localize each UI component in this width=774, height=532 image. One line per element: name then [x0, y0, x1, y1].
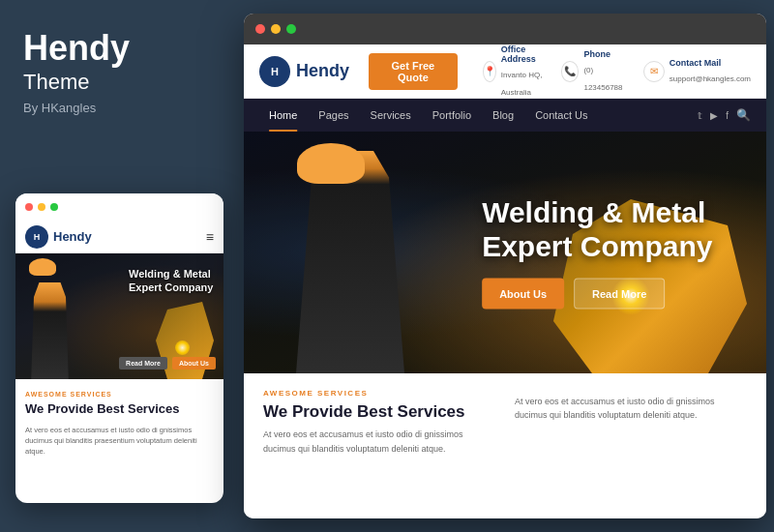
- phone-label: Phone: [583, 49, 625, 59]
- content-left: AWESOME SERVICES We Provide Best Service…: [263, 389, 495, 503]
- mobile-content: AWESOME SERVICES We Provide Best Service…: [15, 379, 223, 469]
- get-quote-btn[interactable]: Get Free Quote: [369, 53, 458, 90]
- browser-chrome: [244, 14, 766, 44]
- address-icon: 📍: [483, 61, 496, 82]
- site-name: Hendy: [296, 61, 349, 81]
- website-nav: Home Pages Services Portfolio Blog Conta…: [244, 99, 766, 132]
- contact-info-group: 📍 Office Address Invanto HQ, Australia 📞…: [483, 44, 751, 99]
- hero-content: Welding & Metal Expert Company About Us …: [482, 196, 712, 310]
- hero-read-btn[interactable]: Read More: [574, 279, 665, 310]
- social-youtube[interactable]: ▶: [710, 110, 718, 121]
- hero-btns: About Us Read More: [482, 279, 712, 310]
- mobile-mockup: H Hendy ≡ Welding & Metal Expert Company…: [15, 193, 223, 503]
- contact-phone: 📞 Phone (0) 123456788: [561, 44, 626, 99]
- address-value: Invanto HQ, Australia: [501, 71, 543, 97]
- nav-contact[interactable]: Contact Us: [525, 99, 597, 132]
- nav-home[interactable]: Home: [259, 99, 307, 132]
- mobile-brand-name: Hendy: [53, 229, 92, 244]
- mobile-dot-green: [50, 203, 58, 211]
- browser-mockup: H Hendy Get Free Quote 📍 Office Address …: [244, 14, 766, 518]
- nav-right: 𝕥 ▶ f 🔍: [698, 108, 751, 122]
- mobile-logo-row: H Hendy: [25, 225, 92, 249]
- website-content: AWESOME SERVICES We Provide Best Service…: [244, 373, 766, 518]
- mobile-hero-text: Welding & Metal Expert Company: [129, 267, 216, 295]
- awesome-label: AWESOME SERVICES: [263, 389, 495, 398]
- mobile-section-text: At vero eos et accusamus et iusto odio d…: [25, 425, 214, 458]
- site-logo-icon: H: [259, 56, 290, 87]
- social-twitter[interactable]: 𝕥: [698, 110, 702, 121]
- section-text-right: At vero eos et accusamus et iusto odio d…: [515, 395, 747, 423]
- left-panel: Hendy Theme By HKangles H Hendy ≡: [0, 0, 240, 532]
- mobile-read-more-btn[interactable]: Read More: [119, 357, 167, 369]
- mobile-logo-icon: H: [25, 225, 48, 249]
- nav-pages[interactable]: Pages: [309, 99, 358, 132]
- mobile-nav: H Hendy ≡: [15, 221, 223, 253]
- phone-icon: 📞: [561, 61, 580, 82]
- mail-label: Contact Mail: [670, 58, 751, 68]
- mobile-dot-yellow: [38, 203, 45, 211]
- browser-dot-red: [255, 24, 265, 34]
- browser-dot-yellow: [271, 24, 281, 34]
- nav-blog[interactable]: Blog: [483, 99, 523, 132]
- hero-about-btn[interactable]: About Us: [482, 279, 564, 310]
- mobile-hero-helmet: [29, 258, 56, 276]
- mobile-awesome-label: AWESOME SERVICES: [25, 391, 214, 398]
- mobile-hero-sparks: [175, 340, 190, 355]
- website-topbar: H Hendy Get Free Quote 📍 Office Address …: [244, 44, 766, 99]
- mobile-dot-red: [25, 203, 33, 211]
- search-icon[interactable]: 🔍: [736, 108, 751, 122]
- brand-by: By HKangles: [23, 101, 217, 115]
- section-text-left: At vero eos et accusamus et iusto odio d…: [263, 428, 495, 456]
- content-right: At vero eos et accusamus et iusto odio d…: [515, 389, 747, 503]
- mail-icon: ✉: [643, 61, 665, 82]
- mobile-hero: Welding & Metal Expert Company Read More…: [15, 253, 223, 379]
- hero-helmet: [297, 143, 365, 184]
- mobile-hero-btns: Read More About Us: [119, 357, 216, 369]
- contact-mail: ✉ Contact Mail support@hkangles.com: [643, 44, 751, 99]
- site-logo-area: H Hendy: [259, 56, 349, 87]
- website-hero: Welding & Metal Expert Company About Us …: [244, 132, 766, 373]
- mobile-about-btn[interactable]: About Us: [172, 357, 216, 369]
- browser-dot-green: [286, 24, 296, 34]
- mobile-top-bar: [15, 193, 223, 221]
- brand-subtitle: Theme: [23, 70, 217, 95]
- mobile-section-title: We Provide Best Services: [25, 401, 214, 418]
- hamburger-icon[interactable]: ≡: [206, 229, 214, 245]
- contact-address: 📍 Office Address Invanto HQ, Australia: [483, 44, 544, 99]
- section-title: We Provide Best Services: [263, 402, 495, 422]
- phone-value: (0) 123456788: [583, 66, 622, 92]
- social-facebook[interactable]: f: [726, 110, 729, 121]
- nav-portfolio[interactable]: Portfolio: [423, 99, 481, 132]
- nav-services[interactable]: Services: [361, 99, 421, 132]
- brand-title: Hendy: [23, 29, 217, 68]
- hero-title: Welding & Metal Expert Company: [482, 196, 712, 263]
- mail-value: support@hkangles.com: [670, 74, 751, 83]
- address-label: Office Address: [501, 44, 544, 64]
